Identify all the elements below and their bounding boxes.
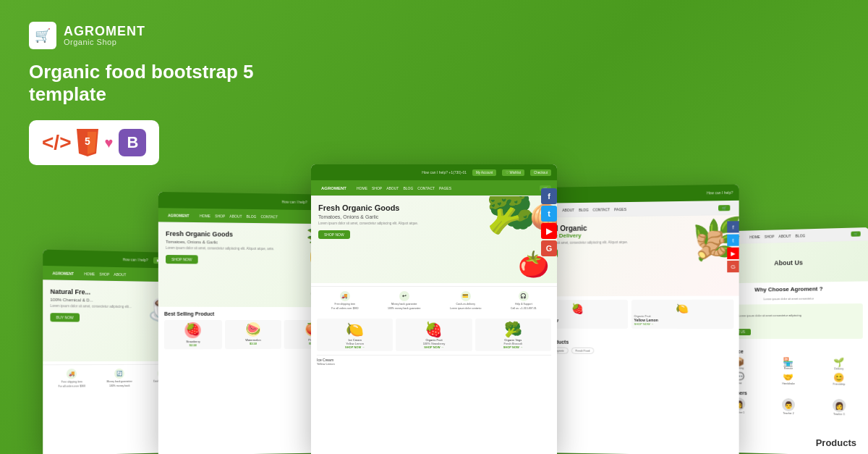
html5-svg-icon: 5 [77,129,98,156]
filter-tabs: Products Organic Fresh Food [527,348,733,355]
product-item: 🥦 Organic Vegs Fresh Broccoli SHOP NOW → [475,319,551,351]
product-grid-3: 🍋 Ice Cream Yellow Lemon SHOP NOW → 🍓 Or… [317,319,551,351]
spice-deco: 🫚 [696,230,728,261]
product-item: 🍋 Ice Cream Yellow Lemon SHOP NOW → [317,319,393,351]
youtube-btn[interactable]: ▶ [541,223,557,239]
brand-name: AGROMENT [64,25,145,38]
page-container: 🛒 AGROMENT Organic Shop Organic food boo… [0,0,868,454]
screenshot-card-3: How can I help? +1(730)-01 My Account ♡ … [311,164,557,454]
product-item: 🍓 Strawberry $2.50 [164,320,222,349]
product-item: 🍓 Organic Fruit 100% Strawberry SHOP NOW… [396,319,472,351]
svg-text:5: 5 [85,135,91,147]
card3-nav: AGROMENT HOME SHOP ABOUT BLOG CONTACT PA… [311,180,557,196]
tech-badges: </> 5 ♥ B [29,120,275,165]
filter-tab-fresh[interactable]: Fresh Food [571,348,595,354]
googleplus-btn[interactable]: G [541,240,557,256]
brand-text: AGROMENT Organic Shop [64,25,145,46]
html5-badge: </> 5 ♥ B [29,120,159,165]
card3-features: 🚚 Free shipping item For all orders over… [311,286,557,314]
brand-icon: 🛒 [29,22,56,49]
product-item: 🍉 Watermelon $3.50 [225,320,281,349]
card3-products: 🍋 Ice Cream Yellow Lemon SHOP NOW → 🍓 Or… [311,314,557,372]
brand-tagline: Organic Shop [64,38,145,46]
twitter-btn[interactable]: t [541,206,557,222]
heart-icon: ♥ [104,135,113,151]
facebook-btn[interactable]: f [541,188,557,204]
cart-icon: 🛒 [35,28,51,43]
brand-logo: 🛒 AGROMENT Organic Shop [29,22,275,49]
card3-content: Fresh Organic Goods Tomatoes, Onions & G… [311,196,557,454]
card3-hero: Fresh Organic Goods Tomatoes, Onions & G… [311,196,557,283]
card4-social: f t ▶ G [727,221,739,272]
main-heading: Organic food bootstrap 5 template [29,61,275,106]
card3-social-sidebar: f t ▶ G [541,188,557,256]
bootstrap-icon: B [119,129,146,156]
products-tab[interactable]: Products [804,432,868,454]
html5-icon: </> [42,131,71,154]
card3-topbar: How can I help? +1(730)-01 My Account ♡ … [311,164,557,180]
